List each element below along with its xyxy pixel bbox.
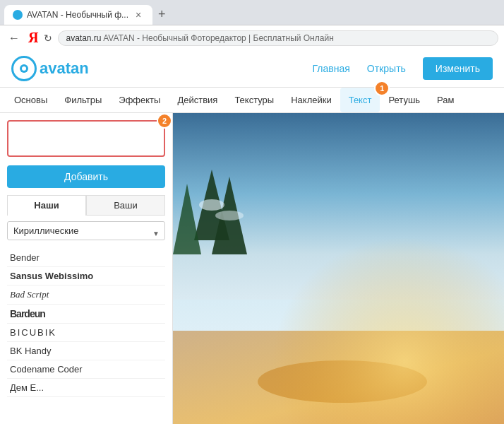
nav-item-textures[interactable]: Текстуры <box>226 88 282 112</box>
active-tab[interactable]: AVATAN - Необычный ф... × <box>4 5 152 25</box>
main-nav: Основы Фильтры Эффекты Действия Текстуры… <box>0 88 504 113</box>
back-button[interactable]: ← <box>6 30 23 46</box>
font-item-bender[interactable]: Bender <box>7 249 165 267</box>
header-nav: Главная Открыть Изменить <box>313 57 493 80</box>
url-box[interactable]: avatan.ru AVATAN - Необычный Фоторедакто… <box>58 30 498 46</box>
font-tabs: Наши Ваши <box>7 195 165 216</box>
logo-text: avatan <box>40 59 89 78</box>
url-rest: AVATAN - Необычный Фоторедактор | Беспла… <box>103 33 334 43</box>
nav-item-filters[interactable]: Фильтры <box>56 88 110 112</box>
text-input-badge: 2 <box>157 113 172 129</box>
app: avatan Главная Открыть Изменить Основы Ф… <box>0 50 504 424</box>
font-list: Bender Sansus Webissimo Bad Script Barde… <box>7 249 165 397</box>
address-bar: ← Я ↻ avatan.ru AVATAN - Необычный Фотор… <box>0 25 504 50</box>
font-item-codename-coder[interactable]: Codename Coder <box>7 360 165 379</box>
font-item-dem[interactable]: Дем Е... <box>7 379 165 397</box>
nav-item-frames[interactable]: Рам <box>428 88 462 112</box>
yandex-logo: Я <box>28 30 38 46</box>
add-button[interactable]: Добавить <box>7 165 165 188</box>
logo-icon <box>11 56 37 81</box>
content-area: 2 Добавить Наши Ваши Кириллические ▼ Ben… <box>0 113 504 424</box>
svg-rect-10 <box>173 113 504 424</box>
font-category-dropdown[interactable]: Кириллические <box>7 221 165 240</box>
nav-item-text[interactable]: Текст 1 <box>340 88 380 112</box>
main-image-area <box>173 113 504 424</box>
logo-area: avatan <box>11 56 89 81</box>
tab-close-button[interactable]: × <box>133 9 144 20</box>
browser-chrome: AVATAN - Необычный ф... × + ← Я ↻ avatan… <box>0 0 504 50</box>
font-category-dropdown-wrapper: Кириллические ▼ <box>7 221 165 245</box>
font-item-sansus[interactable]: Sansus Webissimo <box>7 267 165 285</box>
url-domain: avatan.ru <box>66 33 101 43</box>
tab-title: AVATAN - Необычный ф... <box>27 10 128 20</box>
tab-ours[interactable]: Наши <box>7 195 86 216</box>
text-input-wrapper: 2 <box>7 120 165 165</box>
text-input[interactable] <box>7 120 165 157</box>
nav-change-button[interactable]: Изменить <box>423 57 493 80</box>
nav-item-basics[interactable]: Основы <box>6 88 56 112</box>
font-item-bad-script[interactable]: Bad Script <box>7 285 165 305</box>
nav-open-link[interactable]: Открыть <box>367 63 406 74</box>
tab-favicon <box>13 10 23 20</box>
nav-home-link[interactable]: Главная <box>313 63 350 74</box>
font-item-bicubik[interactable]: BICUBIK <box>7 324 165 342</box>
font-item-bk-handy[interactable]: BK Handy <box>7 342 165 360</box>
tab-bar: AVATAN - Необычный ф... × + <box>0 0 504 25</box>
sidebar: 2 Добавить Наши Ваши Кириллические ▼ Ben… <box>0 113 173 424</box>
app-header: avatan Главная Открыть Изменить <box>0 50 504 88</box>
font-item-bardeun[interactable]: Bardeun <box>7 305 165 324</box>
tab-yours[interactable]: Ваши <box>86 195 165 216</box>
refresh-button[interactable]: ↻ <box>44 33 52 44</box>
new-tab-button[interactable]: + <box>152 4 172 25</box>
nav-item-stickers[interactable]: Наклейки <box>282 88 340 112</box>
nav-item-actions[interactable]: Действия <box>169 88 226 112</box>
nav-item-effects[interactable]: Эффекты <box>110 88 169 112</box>
